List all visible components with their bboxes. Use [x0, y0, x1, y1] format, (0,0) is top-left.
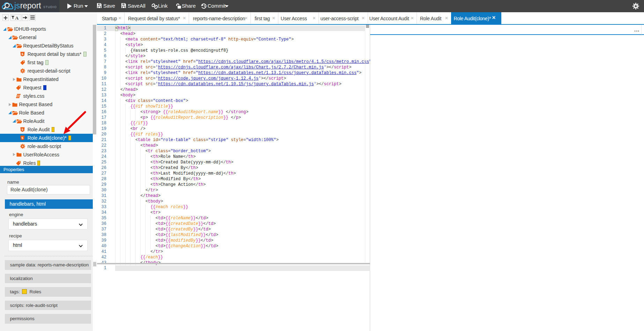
svg-text:5: 5 — [22, 52, 24, 56]
svg-text:A: A — [15, 15, 18, 21]
svg-text:5: 5 — [22, 136, 24, 140]
svg-text:5: 5 — [22, 127, 24, 131]
